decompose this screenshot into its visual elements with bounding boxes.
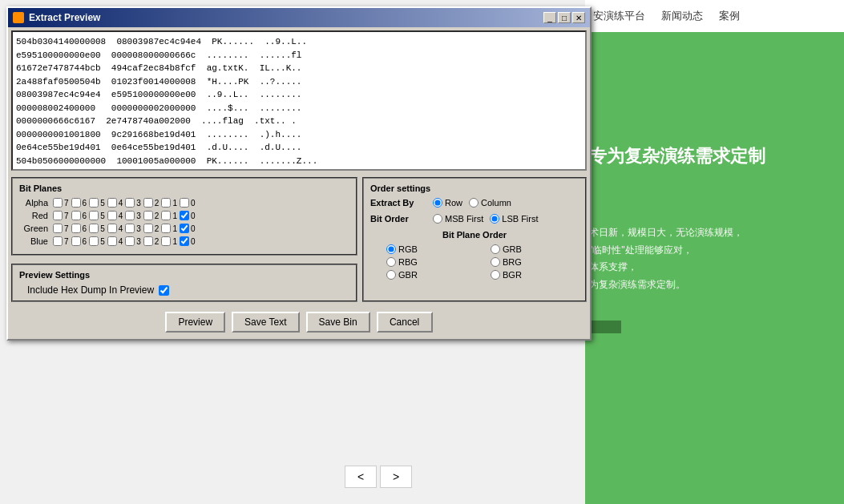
red-label: Red — [19, 211, 51, 220]
preview-text-area[interactable]: 504b0304140000008 08003987ec4c94e4 PK...… — [11, 30, 587, 171]
extract-by-row-option[interactable]: Row — [433, 198, 462, 208]
green-cb-2[interactable] — [143, 224, 153, 233]
red-cb-7[interactable] — [53, 211, 63, 220]
green-cb-1[interactable] — [161, 224, 171, 233]
bpo-bgr-radio[interactable] — [491, 270, 500, 280]
blue-cb-2[interactable] — [143, 236, 153, 246]
bpo-grb-label: GRB — [503, 244, 522, 254]
preview-settings-title: Preview Settings — [19, 270, 349, 280]
blue-cb-3[interactable] — [125, 236, 135, 246]
blue-label: Blue — [19, 236, 51, 246]
msb-first-label: MSB First — [445, 214, 483, 224]
lower-section: Bit Planes Alpha 7 6 5 4 3 2 1 0 — [8, 174, 590, 305]
maximize-button[interactable]: □ — [558, 12, 571, 23]
blue-cb-1[interactable] — [161, 236, 171, 246]
dialog-title-bar: Extract Preview _ □ ✕ — [8, 8, 590, 27]
green-cb-0[interactable] — [180, 224, 189, 233]
pagination-nav: < > — [345, 466, 412, 488]
order-settings-title: Order settings — [370, 183, 579, 193]
alpha-cb-5[interactable] — [89, 198, 99, 208]
nav-item-2[interactable]: 新闻动态 — [661, 9, 703, 23]
nav-item-1[interactable]: 安演练平台 — [593, 9, 645, 23]
prev-button[interactable]: < — [345, 466, 377, 488]
red-cb-0[interactable] — [180, 211, 189, 220]
bg-button[interactable] — [589, 321, 621, 333]
red-cb-3[interactable] — [125, 211, 135, 220]
close-button[interactable]: ✕ — [572, 12, 585, 23]
bpo-rbg-radio[interactable] — [386, 257, 396, 267]
bpo-brg-radio[interactable] — [491, 257, 500, 267]
save-bin-button[interactable]: Save Bin — [306, 312, 370, 333]
save-text-button[interactable]: Save Text — [232, 312, 299, 333]
preview-line: e595100000000e00 000008000000666c ......… — [16, 49, 582, 62]
cancel-button[interactable]: Cancel — [377, 312, 433, 333]
extract-by-row: Extract By Row Column — [370, 198, 579, 208]
bg-nav-bar: 安演练平台 新闻动态 案例 — [585, 0, 844, 32]
next-button[interactable]: > — [380, 466, 412, 488]
alpha-cb-4[interactable] — [107, 198, 117, 208]
alpha-cb-7[interactable] — [53, 198, 63, 208]
bg-headline: 专为复杂演练需求定制 — [589, 144, 765, 169]
bg-subtext: 术日新，规模日大，无论演练规模， "临时性"处理能够应对， 体系支撑， 为复杂演… — [589, 224, 743, 293]
bpo-gbr-radio[interactable] — [386, 270, 396, 280]
lsb-first-option[interactable]: LSB First — [490, 214, 538, 224]
bpo-rbg-option[interactable]: RBG — [386, 257, 474, 267]
bit-order-row: Bit Order MSB First LSB First — [370, 214, 579, 224]
blue-bit-row: Blue 7 6 5 4 3 2 1 0 — [19, 236, 349, 246]
extract-by-col-option[interactable]: Column — [469, 198, 511, 208]
red-cb-1[interactable] — [161, 211, 171, 220]
preview-line: 504b0506000000000 10001005a000000 PK....… — [16, 155, 582, 168]
msb-first-radio[interactable] — [433, 214, 442, 224]
extract-by-col-radio[interactable] — [469, 198, 479, 208]
bpo-grb-option[interactable]: GRB — [491, 244, 579, 254]
hex-dump-checkbox[interactable] — [159, 285, 169, 296]
red-cb-6[interactable] — [71, 211, 81, 220]
green-cb-4[interactable] — [107, 224, 117, 233]
preview-line: 08003987ec4c94e4 e595100000000e00 ..9..L… — [16, 88, 582, 102]
blue-cb-5[interactable] — [89, 236, 99, 246]
alpha-cb-3[interactable] — [125, 198, 135, 208]
red-checkboxes: 7 6 5 4 3 2 1 0 — [53, 211, 197, 220]
red-cb-4[interactable] — [107, 211, 117, 220]
preview-settings-panel: Preview Settings Include Hex Dump In Pre… — [11, 264, 357, 302]
blue-cb-7[interactable] — [53, 236, 63, 246]
bpo-gbr-option[interactable]: GBR — [386, 270, 474, 280]
msb-first-option[interactable]: MSB First — [433, 214, 483, 224]
bpo-brg-label: BRG — [503, 257, 522, 267]
order-settings-panel: Order settings Extract By Row Column — [362, 177, 587, 302]
app-icon — [13, 12, 24, 23]
bpo-rgb-radio[interactable] — [386, 244, 396, 254]
blue-cb-4[interactable] — [107, 236, 117, 246]
bpo-rgb-option[interactable]: RGB — [386, 244, 474, 254]
red-cb-2[interactable] — [143, 211, 153, 220]
minimize-button[interactable]: _ — [543, 12, 556, 23]
green-cb-3[interactable] — [125, 224, 135, 233]
bpo-brg-option[interactable]: BRG — [491, 257, 579, 267]
blue-cb-0[interactable] — [180, 236, 189, 246]
bit-plane-order-section: Bit Plane Order RGB GRB RBG — [370, 230, 579, 280]
bpo-bgr-option[interactable]: BGR — [491, 270, 579, 280]
lsb-first-radio[interactable] — [490, 214, 499, 224]
alpha-cb-2[interactable] — [143, 198, 153, 208]
preview-line: 0e64ce55be19d401 0e64ce55be19d401 .d.U..… — [16, 141, 582, 155]
red-cb-5[interactable] — [89, 211, 99, 220]
alpha-checkboxes: 7 6 5 4 3 2 1 0 — [53, 198, 197, 208]
alpha-label: Alpha — [19, 198, 51, 208]
preview-line: 000008002400000 0000000002000000 ....$..… — [16, 102, 582, 115]
alpha-bit-row: Alpha 7 6 5 4 3 2 1 0 — [19, 198, 349, 208]
nav-item-3[interactable]: 案例 — [719, 9, 740, 23]
hex-dump-row: Include Hex Dump In Preview — [19, 284, 349, 296]
blue-cb-6[interactable] — [71, 236, 81, 246]
green-cb-5[interactable] — [89, 224, 99, 233]
alpha-cb-1[interactable] — [161, 198, 171, 208]
bit-planes-panel: Bit Planes Alpha 7 6 5 4 3 2 1 0 — [11, 177, 357, 256]
extract-by-col-label: Column — [481, 198, 511, 208]
preview-button[interactable]: Preview — [165, 312, 225, 333]
green-cb-7[interactable] — [53, 224, 63, 233]
alpha-cb-6[interactable] — [71, 198, 81, 208]
extract-by-row-radio[interactable] — [433, 198, 442, 208]
bpo-title: Bit Plane Order — [370, 230, 579, 240]
green-cb-6[interactable] — [71, 224, 81, 233]
alpha-cb-0[interactable] — [180, 198, 189, 208]
bpo-grb-radio[interactable] — [491, 244, 500, 254]
